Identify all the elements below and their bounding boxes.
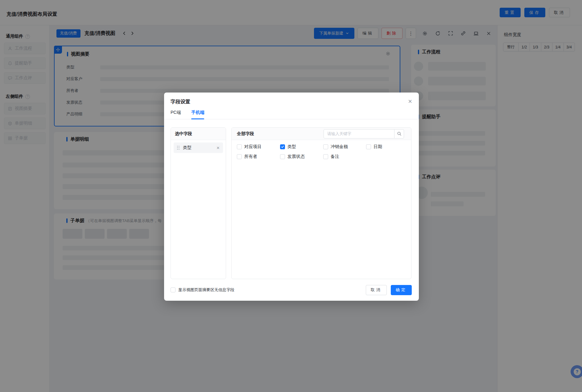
- search-icon[interactable]: [394, 129, 404, 138]
- field-option[interactable]: 类型: [280, 144, 323, 150]
- all-fields-panel: 全部字段 对应项目 类型 冲销金额 日期 所有者 发票状态 备注: [231, 127, 411, 279]
- panel-title: 选中字段: [175, 131, 192, 137]
- close-icon[interactable]: [407, 97, 413, 106]
- checkbox[interactable]: [323, 154, 328, 159]
- checkbox[interactable]: [237, 154, 242, 159]
- search-box: [324, 129, 404, 138]
- field-settings-modal: 字段设置 PC端 手机端 选中字段 类型 全部字段 对应项目: [164, 93, 419, 301]
- field-option-label: 发票状态: [287, 154, 305, 159]
- modal-body: 选中字段 类型 全部字段 对应项目 类型 冲销金额 日期 所有者: [171, 127, 411, 279]
- field-option-label: 所有者: [244, 154, 257, 159]
- checkbox[interactable]: [323, 144, 328, 149]
- field-option-label: 对应项目: [244, 144, 262, 150]
- checkbox[interactable]: [280, 144, 285, 149]
- selected-field-item[interactable]: 类型: [174, 142, 223, 153]
- modal-cancel-button[interactable]: 取消: [366, 285, 387, 295]
- tab-mobile[interactable]: 手机端: [191, 110, 204, 119]
- checkbox[interactable]: [366, 144, 371, 149]
- modal-footer: 显示视图页面摘要区无信息字段 取消 确定: [171, 279, 412, 301]
- field-option[interactable]: 发票状态: [280, 154, 323, 159]
- modal-ok-button[interactable]: 确定: [391, 285, 412, 295]
- modal-tabs: PC端 手机端: [164, 110, 419, 119]
- remove-icon[interactable]: [217, 145, 220, 151]
- field-option-label: 冲销金额: [331, 144, 348, 150]
- selected-field-label: 类型: [183, 145, 192, 151]
- checkbox[interactable]: [171, 287, 175, 292]
- option-label: 显示视图页面摘要区无信息字段: [178, 287, 234, 293]
- drag-handle-icon[interactable]: [177, 146, 180, 150]
- field-option-label: 备注: [331, 154, 339, 159]
- all-fields-grid: 对应项目 类型 冲销金额 日期 所有者 发票状态 备注: [232, 140, 411, 163]
- field-option[interactable]: 所有者: [237, 154, 280, 159]
- search-input[interactable]: [324, 129, 394, 138]
- selected-fields-panel: 选中字段 类型: [171, 127, 226, 279]
- checkbox[interactable]: [237, 144, 242, 149]
- field-option-label: 类型: [287, 144, 296, 150]
- tab-pc[interactable]: PC端: [171, 110, 181, 119]
- modal-title: 字段设置: [171, 99, 190, 105]
- checkbox[interactable]: [280, 154, 285, 159]
- field-option[interactable]: 日期: [366, 144, 406, 150]
- panel-title: 全部字段: [237, 131, 254, 137]
- field-option[interactable]: 对应项目: [237, 144, 280, 150]
- show-empty-fields-option[interactable]: 显示视图页面摘要区无信息字段: [171, 287, 234, 293]
- field-option[interactable]: 备注: [323, 154, 366, 159]
- field-option-label: 日期: [374, 144, 382, 150]
- field-option[interactable]: 冲销金额: [323, 144, 366, 150]
